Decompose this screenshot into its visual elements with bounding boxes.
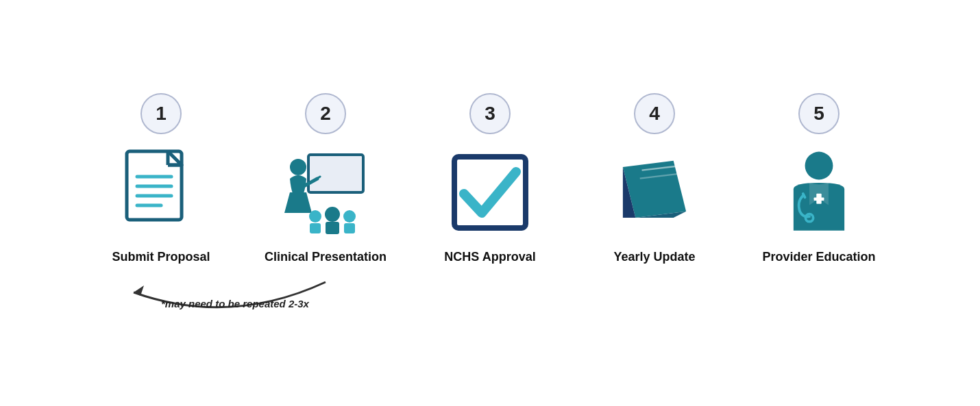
step-3-icon xyxy=(449,148,531,237)
step-5-number: 5 xyxy=(798,93,840,134)
step-2-label: Clinical Presentation xyxy=(265,249,387,265)
svg-point-16 xyxy=(343,210,356,223)
step-2-number: 2 xyxy=(305,93,346,134)
repeat-arrow-area: *may need to be repeated 2-3x xyxy=(79,272,408,320)
step-1: 1 Submit Proposal xyxy=(79,93,243,313)
step-4: 4 Yearly Update xyxy=(572,93,737,265)
svg-rect-15 xyxy=(326,222,339,234)
svg-line-25 xyxy=(803,194,805,198)
svg-rect-17 xyxy=(344,223,355,233)
step-1-number: 1 xyxy=(140,93,182,134)
svg-point-9 xyxy=(290,159,306,175)
step-3-label: NCHS Approval xyxy=(444,249,535,265)
step-2: 2 xyxy=(243,93,408,265)
step-3: 3 NCHS Approval xyxy=(408,93,572,265)
step-5-label: Provider Education xyxy=(762,249,875,265)
step-5-icon xyxy=(778,148,860,237)
svg-point-12 xyxy=(309,210,321,223)
svg-rect-23 xyxy=(816,194,821,204)
step-2-icon xyxy=(278,148,373,237)
process-container: 1 Submit Proposal xyxy=(0,79,980,327)
step-1-icon xyxy=(123,148,199,237)
step-4-icon xyxy=(613,148,696,237)
step-4-number: 4 xyxy=(634,93,675,134)
svg-rect-8 xyxy=(308,155,363,192)
svg-rect-13 xyxy=(310,223,321,233)
repeat-note: *may need to be repeated 2-3x xyxy=(161,298,309,309)
step-5: 5 Provider xyxy=(737,93,901,265)
svg-point-21 xyxy=(805,151,833,179)
steps-row: 1 Submit Proposal xyxy=(27,93,953,313)
svg-point-14 xyxy=(325,207,340,222)
step-4-label: Yearly Update xyxy=(613,249,695,265)
step-3-number: 3 xyxy=(469,93,511,134)
step-1-label: Submit Proposal xyxy=(112,249,210,265)
